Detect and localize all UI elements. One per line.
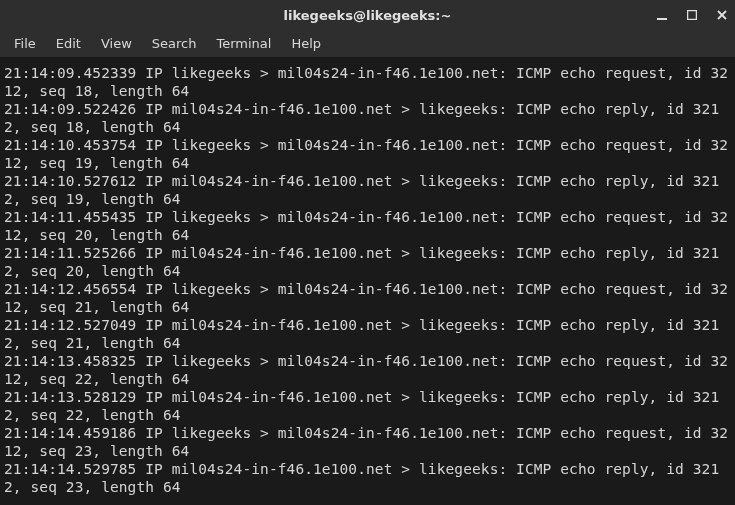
menu-terminal[interactable]: Terminal [206, 32, 281, 55]
menu-help[interactable]: Help [281, 32, 331, 55]
terminal-line: 21:14:13.528129 IP mil04s24-in-f46.1e100… [4, 388, 733, 424]
close-button[interactable] [715, 8, 729, 22]
minimize-button[interactable] [655, 8, 669, 22]
menu-search[interactable]: Search [142, 32, 207, 55]
window-controls [655, 8, 729, 22]
window-title: likegeeks@likegeeks:~ [284, 8, 452, 23]
terminal-line: 21:14:12.527049 IP mil04s24-in-f46.1e100… [4, 316, 733, 352]
terminal-line: 21:14:12.456554 IP likegeeks > mil04s24-… [4, 280, 733, 316]
terminal-line: 21:14:11.455435 IP likegeeks > mil04s24-… [4, 208, 733, 244]
menubar: File Edit View Search Terminal Help [0, 30, 735, 58]
maximize-button[interactable] [685, 8, 699, 22]
svg-rect-1 [688, 11, 697, 20]
terminal-line: 21:14:11.525266 IP mil04s24-in-f46.1e100… [4, 244, 733, 280]
terminal-line: 21:14:13.458325 IP likegeeks > mil04s24-… [4, 352, 733, 388]
svg-rect-0 [657, 18, 667, 20]
menu-view[interactable]: View [91, 32, 142, 55]
menu-file[interactable]: File [4, 32, 46, 55]
terminal-line: 21:14:09.522426 IP mil04s24-in-f46.1e100… [4, 100, 733, 136]
terminal-line: 21:14:14.529785 IP mil04s24-in-f46.1e100… [4, 460, 733, 496]
terminal-output[interactable]: 21:14:09.452339 IP likegeeks > mil04s24-… [0, 58, 735, 505]
terminal-line: 21:14:10.527612 IP mil04s24-in-f46.1e100… [4, 172, 733, 208]
terminal-line: 21:14:10.453754 IP likegeeks > mil04s24-… [4, 136, 733, 172]
terminal-line: 21:14:14.459186 IP likegeeks > mil04s24-… [4, 424, 733, 460]
menu-edit[interactable]: Edit [46, 32, 91, 55]
window-titlebar: likegeeks@likegeeks:~ [0, 0, 735, 30]
terminal-line: 21:14:09.452339 IP likegeeks > mil04s24-… [4, 64, 733, 100]
